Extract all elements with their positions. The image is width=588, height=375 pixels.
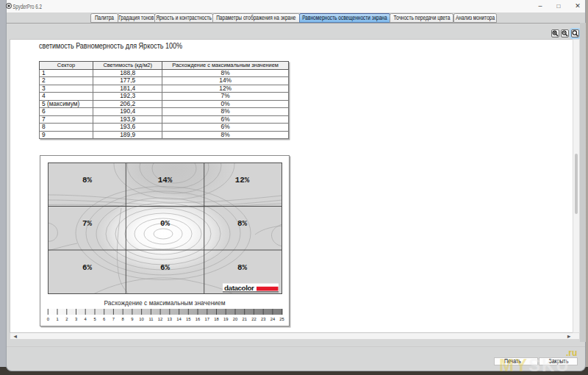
svg-text:8%: 8%: [237, 219, 247, 228]
svg-text:9: 9: [131, 317, 133, 321]
svg-text:6%: 6%: [82, 263, 92, 272]
svg-text:15: 15: [186, 317, 190, 321]
svg-text:23: 23: [261, 317, 265, 321]
svg-text:datacolor: datacolor: [224, 284, 254, 292]
svg-text:20: 20: [233, 317, 237, 321]
svg-text:12%: 12%: [234, 176, 249, 185]
svg-text:22: 22: [251, 317, 256, 321]
svg-text:13: 13: [168, 317, 172, 321]
svg-text:24: 24: [270, 317, 276, 321]
svg-text:19: 19: [223, 317, 228, 321]
svg-text:14%: 14%: [157, 176, 172, 185]
svg-text:25: 25: [279, 317, 284, 321]
svg-text:11: 11: [148, 317, 153, 321]
svg-text:12: 12: [158, 317, 162, 321]
svg-text:6: 6: [103, 317, 105, 321]
svg-text:17: 17: [205, 317, 209, 321]
svg-text:10: 10: [139, 317, 143, 321]
svg-text:1: 1: [56, 317, 58, 321]
svg-text:5: 5: [93, 317, 96, 321]
svg-text:16: 16: [196, 317, 200, 321]
svg-text:4: 4: [85, 317, 87, 321]
svg-text:8%: 8%: [237, 263, 247, 272]
svg-text:8: 8: [122, 317, 124, 321]
svg-text:2: 2: [65, 317, 68, 321]
svg-text:0%: 0%: [160, 219, 170, 228]
svg-text:0: 0: [47, 317, 49, 321]
svg-text:6%: 6%: [160, 263, 170, 272]
svg-text:7: 7: [112, 317, 115, 321]
svg-text:3: 3: [75, 317, 77, 321]
svg-text:7%: 7%: [82, 219, 92, 228]
svg-text:14: 14: [176, 317, 182, 321]
svg-text:8%: 8%: [82, 176, 92, 185]
svg-text:21: 21: [242, 317, 246, 321]
svg-text:18: 18: [214, 317, 218, 321]
